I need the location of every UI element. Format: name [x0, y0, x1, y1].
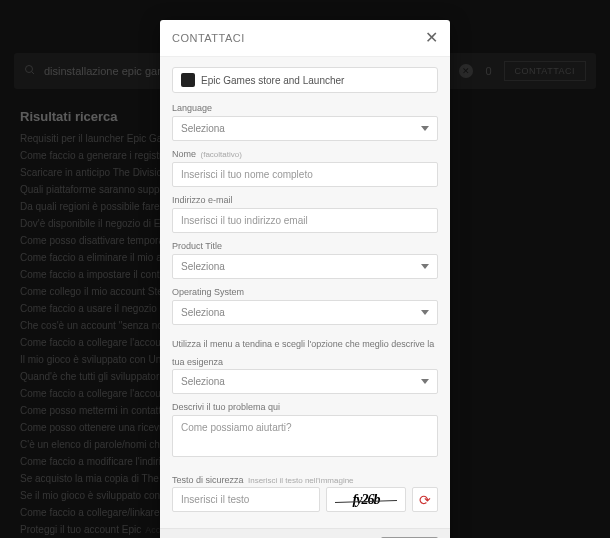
chevron-down-icon: [421, 264, 429, 269]
language-select[interactable]: Seleziona: [172, 116, 438, 141]
product-label: Product Title: [172, 241, 438, 251]
contact-modal: CONTATTACI ✕ Epic Games store and Launch…: [160, 20, 450, 538]
category-pill[interactable]: Epic Games store and Launcher: [172, 67, 438, 93]
os-select[interactable]: Seleziona: [172, 300, 438, 325]
captcha-input[interactable]: [172, 487, 320, 512]
chevron-down-icon: [421, 379, 429, 384]
product-select[interactable]: Seleziona: [172, 254, 438, 279]
os-label: Operating System: [172, 287, 438, 297]
language-label: Language: [172, 103, 438, 113]
category-label: Epic Games store and Launcher: [201, 75, 344, 86]
epic-logo-icon: [181, 73, 195, 87]
refresh-icon[interactable]: ⟳: [412, 487, 438, 512]
close-icon[interactable]: ✕: [425, 30, 438, 46]
describe-label: Descrivi il tuo problema qui: [172, 402, 438, 412]
email-input[interactable]: [172, 208, 438, 233]
name-label: Nome (facoltativo): [172, 149, 438, 159]
chevron-down-icon: [421, 126, 429, 131]
description-textarea[interactable]: [172, 415, 438, 457]
modal-title: CONTATTACI: [172, 32, 245, 44]
name-input[interactable]: [172, 162, 438, 187]
security-label: Testo di sicurezza: [172, 475, 244, 485]
chevron-down-icon: [421, 310, 429, 315]
topic-select[interactable]: Seleziona: [172, 369, 438, 394]
language-select-value: Seleziona: [181, 123, 225, 134]
security-sub-label: Inserisci il testo nell'immagine: [248, 476, 354, 485]
captcha-image: fy26b: [326, 487, 406, 512]
name-label-text: Nome: [172, 149, 196, 159]
name-optional-text: (facoltativo): [201, 150, 242, 159]
product-select-value: Seleziona: [181, 261, 225, 272]
topic-select-value: Seleziona: [181, 376, 225, 387]
os-select-value: Seleziona: [181, 307, 225, 318]
email-label: Indirizzo e-mail: [172, 195, 438, 205]
topic-help-text: Utilizza il menu a tendina e scegli l'op…: [172, 339, 434, 367]
